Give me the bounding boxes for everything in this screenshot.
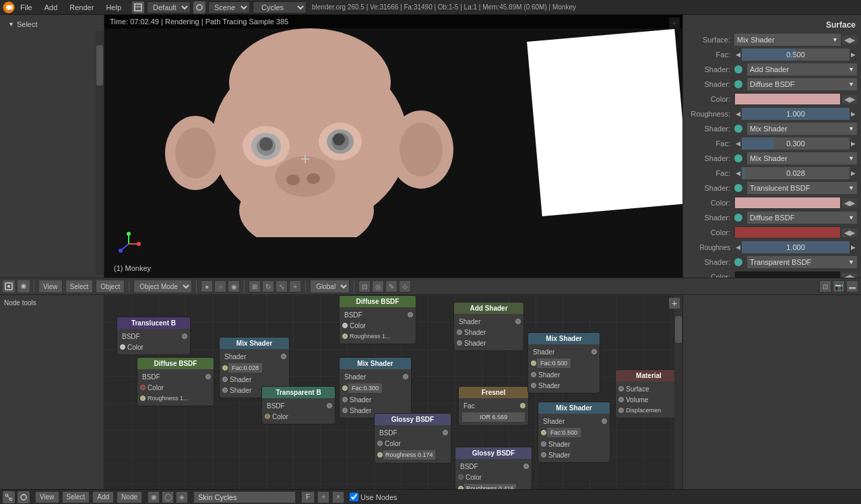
node-add-shader[interactable]: Add Shader Shader Shader Shader — [453, 302, 524, 351]
prop-color1-swatch[interactable] — [734, 93, 841, 105]
shader-out[interactable] — [515, 319, 521, 324]
prop-roughness1-slider[interactable]: 1.000 — [742, 108, 850, 120]
sculpt-icon[interactable]: ⊹ — [399, 280, 411, 292]
shader-out[interactable] — [403, 374, 408, 379]
fac-socket[interactable] — [531, 360, 536, 366]
prop-fac1-slider[interactable]: 0.500 — [742, 49, 850, 61]
transform2-icon[interactable]: + — [289, 280, 301, 292]
timeline-icon[interactable]: ▬ — [846, 280, 858, 292]
fac-socket[interactable] — [222, 365, 228, 371]
close-icon[interactable]: × — [332, 491, 344, 503]
ne-lamp-icon[interactable]: ◈ — [176, 491, 188, 503]
volume-socket[interactable] — [618, 397, 624, 402]
prop-color4-extra[interactable]: ◀▶ — [842, 273, 857, 278]
node-editor-plus[interactable]: + — [669, 298, 680, 309]
scene-select[interactable]: Scene — [208, 1, 250, 13]
shading2-icon[interactable]: ○ — [214, 280, 226, 292]
node-vscroll-thumb[interactable] — [675, 316, 682, 343]
camera-icon[interactable]: ⊡ — [819, 280, 831, 292]
scale-icon[interactable]: ⤡ — [276, 280, 288, 292]
prop-fac2-left[interactable]: ◀ — [736, 140, 740, 147]
select-header[interactable]: ▼ Select — [0, 18, 104, 31]
ne-world-icon[interactable]: ◯ — [162, 491, 174, 503]
paint-icon[interactable]: ✎ — [385, 280, 397, 292]
prop-color2-swatch[interactable] — [734, 197, 841, 209]
shader-out[interactable] — [281, 354, 286, 359]
shader-in2[interactable] — [457, 340, 462, 346]
shading3-icon[interactable]: ◉ — [228, 280, 240, 292]
prop-color3-swatch[interactable] — [734, 226, 841, 239]
menu-render[interactable]: Render — [64, 2, 99, 13]
shader-in2[interactable] — [541, 452, 546, 458]
node-transparent-b[interactable]: Transparent B BSDF Color — [261, 386, 336, 424]
select-menu-button[interactable]: Select — [65, 280, 94, 293]
snap-icon[interactable]: ⊡ — [358, 280, 371, 292]
prop-rough2-left[interactable]: ◀ — [736, 244, 740, 251]
prop-color3-extra[interactable]: ◀▶ — [842, 228, 857, 237]
shader-in1[interactable] — [457, 329, 462, 335]
menu-add[interactable]: Add — [39, 2, 63, 13]
bsdf-out[interactable] — [523, 464, 529, 469]
prop-rough2-right[interactable]: ▶ — [851, 244, 856, 251]
prop-mix1-shader[interactable]: Mix Shader ▼ — [747, 123, 857, 135]
node-mix-shader3[interactable]: Mix Shader Shader Fac:0.500 Shader — [528, 332, 600, 393]
fac-out[interactable] — [520, 403, 525, 408]
node-mix-shader2[interactable]: Mix Shader Shader Fac:0.300 Shader — [339, 357, 412, 418]
prop-add-shader[interactable]: Add Shader ▼ — [747, 63, 857, 75]
shader-in1[interactable] — [222, 377, 228, 382]
node-mix-shader4[interactable]: Mix Shader Shader Fac:0.500 Shader — [538, 402, 610, 463]
color-in[interactable] — [265, 414, 270, 419]
coord-select[interactable]: Global — [310, 280, 350, 293]
node-glossy-bsdf2[interactable]: Glossy BSDF BSDF Color Roughness 0.416 — [455, 447, 532, 489]
fac-socket[interactable] — [541, 430, 546, 435]
prop-color1-extra[interactable]: ◀▶ — [842, 95, 857, 104]
node-diffuse-bsdf2[interactable]: Diffuse BSDF BSDF Color Roughness 1... — [339, 295, 416, 344]
shading-icon[interactable]: ● — [201, 280, 213, 292]
shader-in1[interactable] — [531, 372, 536, 377]
prop-mix2-shader[interactable]: Mix Shader ▼ — [747, 152, 857, 164]
node-editor-vscroll[interactable] — [674, 295, 682, 489]
object-menu-button[interactable]: Object — [96, 280, 125, 293]
shader-out[interactable] — [592, 349, 597, 354]
color-in-socket[interactable] — [120, 344, 125, 350]
prop-translucent-shader[interactable]: Translucent BSDF ▼ — [747, 182, 857, 194]
prop-fac1-left[interactable]: ◀ — [736, 51, 740, 58]
bsdf-out-socket[interactable] — [205, 374, 211, 379]
render-icon[interactable]: 📷 — [833, 280, 845, 292]
prop-color2-extra[interactable]: ◀▶ — [842, 199, 857, 208]
node-material-output[interactable]: Material Surface Volume Displacemen — [615, 369, 682, 418]
scrollbar-thumb[interactable] — [96, 45, 103, 86]
node-fresnel[interactable]: Fresnel Fac IOR 6.569 — [458, 386, 529, 426]
prop-transparent-shader[interactable]: Transparent BSDF ▼ — [747, 256, 857, 268]
node-diffuse-bsdf1[interactable]: Diffuse BSDF BSDF Color Roughness 1... — [137, 357, 214, 406]
f-button[interactable]: F — [301, 491, 315, 503]
prop-fac2-slider[interactable]: 0.300 — [742, 137, 850, 150]
shader-out[interactable] — [602, 418, 607, 424]
node-node-button[interactable]: Node — [117, 491, 142, 503]
rough-socket[interactable] — [377, 452, 383, 458]
ne-material-icon[interactable]: ◉ — [148, 491, 160, 503]
rotate-icon[interactable]: ↻ — [262, 280, 274, 292]
node-add-button[interactable]: Add — [92, 491, 114, 503]
shader-in1[interactable] — [541, 441, 546, 447]
prop-surface-dropdown[interactable]: Mix Shader ▼ — [734, 34, 841, 46]
prop-fac3-right[interactable]: ▶ — [851, 170, 856, 177]
shader-in2[interactable] — [342, 408, 348, 413]
prop-fac1-right[interactable]: ▶ — [851, 51, 856, 58]
left-scrollbar[interactable] — [96, 31, 104, 275]
prop-fac2-right[interactable]: ▶ — [851, 140, 856, 147]
prop-diffuse-shader2[interactable]: Diffuse BSDF ▼ — [747, 212, 857, 224]
use-nodes-checkbox[interactable] — [350, 493, 358, 501]
node-view-button[interactable]: View — [35, 491, 59, 503]
prop-color4-swatch[interactable] — [734, 271, 841, 278]
prop-fac3-left[interactable]: ◀ — [736, 170, 740, 177]
proportional-icon[interactable]: ◎ — [372, 280, 384, 292]
render-engine-select[interactable]: Cycles — [253, 1, 307, 13]
bsdf-out[interactable] — [327, 403, 332, 408]
bsdf-out[interactable] — [443, 430, 448, 435]
displacement-socket[interactable] — [618, 408, 624, 413]
fac-socket[interactable] — [342, 385, 348, 391]
bsdf-out[interactable] — [408, 312, 413, 317]
prop-diffuse-shader1[interactable]: Diffuse BSDF ▼ — [747, 78, 857, 90]
shader-in2[interactable] — [222, 387, 228, 393]
